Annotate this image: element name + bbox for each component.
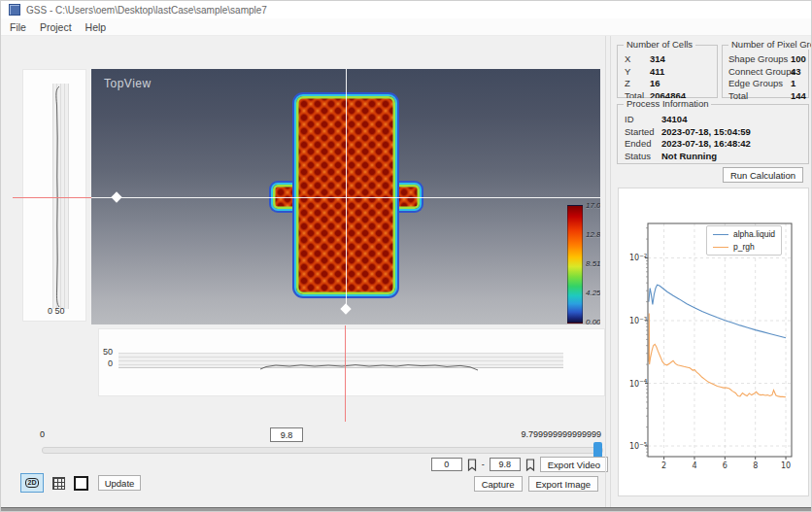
menu-file[interactable]: File — [10, 21, 26, 33]
range-start-input[interactable]: 0 — [431, 458, 462, 471]
residual-chart-panel: 24681010−210−310−410−5 alpha.liquid p_rg… — [618, 188, 809, 496]
view-name-label: TopView — [104, 77, 152, 90]
legend-line-p-rgh — [713, 247, 728, 248]
svg-text:10−2: 10−2 — [629, 253, 647, 263]
view-toolbar: 2D Update — [20, 473, 141, 493]
update-button[interactable]: Update — [98, 475, 141, 491]
crosshair-handle-bottom[interactable] — [340, 303, 351, 314]
menu-bar: File Project Help — [1, 18, 812, 36]
colorbar-label-max: 17.0 — [586, 201, 600, 210]
info-row: Started2023-07-18, 15:04:59 — [625, 126, 808, 139]
pixel-groups-groupbox: Number of Pixel Groups Shape Groups100 C… — [722, 45, 809, 98]
colorbar-label: 4.25 — [586, 289, 600, 297]
range-end-input[interactable]: 9.8 — [490, 458, 521, 471]
export-range-row: 0 - 9.8 Export Video — [431, 457, 608, 472]
panel-splitter-line — [610, 36, 611, 507]
svg-text:6: 6 — [723, 461, 727, 470]
bookmark-start-icon[interactable] — [467, 459, 477, 471]
timeline-max-label: 9.799999999999999 — [521, 429, 601, 439]
process-groupbox-title: Process Information — [624, 98, 711, 109]
svg-text:8: 8 — [753, 461, 758, 470]
crosshair-handle-left[interactable] — [111, 191, 121, 202]
menu-help[interactable]: Help — [85, 21, 107, 33]
svg-text:2: 2 — [661, 461, 666, 470]
info-row: Z16 — [625, 78, 717, 90]
legend-entry: p_rgh — [713, 242, 775, 252]
info-row: StatusNot Running — [625, 151, 808, 163]
menu-project[interactable]: Project — [40, 21, 72, 33]
capture-row: Capture Export Image — [474, 476, 598, 492]
left-profile-curve — [23, 70, 87, 323]
app-icon — [9, 4, 20, 16]
bottom-profile-panel: 50 0 — [98, 328, 605, 396]
grid-icon — [52, 477, 65, 490]
cells-groupbox-title: Number of Cells — [624, 39, 695, 50]
info-row: Ended2023-07-18, 16:48:42 — [625, 138, 808, 151]
info-row: Y411 — [625, 66, 717, 79]
crosshair-red-vertical — [345, 325, 346, 422]
run-calculation-button[interactable]: Run Calculation — [723, 167, 803, 183]
crosshair-vertical-line — [346, 69, 347, 310]
export-image-button[interactable]: Export Image — [528, 476, 599, 492]
background-color-swatch[interactable] — [74, 476, 88, 491]
svg-text:4: 4 — [692, 461, 696, 470]
legend-line-alpha-liquid — [713, 234, 728, 235]
left-profile-panel: 0 50 — [22, 69, 86, 322]
cells-groupbox: Number of Cells X314 Y411 Z16 Total20648… — [617, 45, 718, 98]
mode-2d-label: 2D — [25, 478, 40, 488]
legend-entry: alpha.liquid — [713, 229, 775, 239]
crosshair-red-horizontal — [13, 197, 91, 198]
window-bottom-edge — [1, 507, 812, 512]
bookmark-end-icon[interactable] — [525, 459, 535, 471]
timeline-min-label: 0 — [40, 429, 45, 439]
colorbar — [567, 205, 583, 324]
info-row: Edge Groups1 — [728, 78, 808, 90]
info-row: X314 — [625, 53, 717, 66]
app-window: GSS - C:\Users\oem\Desktop\lastCase\samp… — [0, 0, 812, 512]
info-row: ID34104 — [625, 114, 808, 126]
info-row: Shape Groups100 — [728, 53, 808, 66]
info-row: Connect Groups43 — [728, 66, 808, 79]
panel-splitter[interactable] — [605, 36, 606, 507]
main-viewport[interactable]: TopView 17.0 12.8 8.51 4.25 0.00 — [91, 69, 600, 324]
info-row: Total144 — [728, 90, 808, 103]
svg-text:10−5: 10−5 — [629, 441, 648, 452]
bottom-profile-curve — [99, 329, 606, 397]
window-title: GSS - C:\Users\oem\Desktop\lastCase\samp… — [26, 5, 267, 16]
process-groupbox: Process Information ID34104 Started2023-… — [617, 104, 809, 164]
svg-text:10−4: 10−4 — [629, 378, 648, 389]
mode-2d-button[interactable]: 2D — [20, 473, 44, 493]
colorbar-label: 12.8 — [586, 230, 600, 239]
left-profile-axis-label: 0 50 — [48, 306, 65, 316]
svg-text:10: 10 — [781, 461, 791, 470]
pixel-groups-title: Number of Pixel Groups — [728, 39, 812, 50]
timeline-slider[interactable] — [42, 447, 603, 454]
colorbar-label-min: 0.00 — [586, 318, 600, 324]
timeline-current-value[interactable]: 9.8 — [270, 427, 303, 442]
colorbar-label: 8.51 — [586, 259, 600, 268]
title-bar: GSS - C:\Users\oem\Desktop\lastCase\samp… — [1, 1, 812, 18]
chart-legend: alpha.liquid p_rgh — [706, 225, 782, 256]
grid-toggle-button[interactable] — [51, 475, 67, 492]
range-separator: - — [482, 460, 485, 469]
export-video-button[interactable]: Export Video — [540, 457, 608, 472]
capture-button[interactable]: Capture — [474, 476, 523, 492]
svg-text:10−3: 10−3 — [629, 316, 648, 326]
